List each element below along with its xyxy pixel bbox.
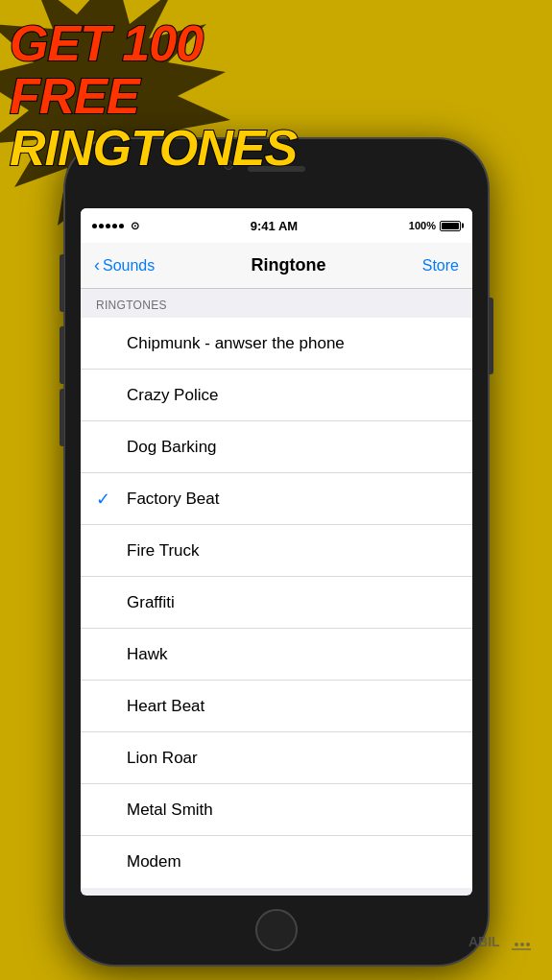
headline: GET 100 FREE RINGTONES [10, 17, 336, 175]
list-item[interactable]: Hawk [81, 629, 472, 681]
list-item[interactable]: Lion Roar [81, 732, 472, 784]
section-header: RINGTONES [81, 289, 472, 318]
checkmark-icon: ✓ [96, 489, 113, 510]
status-right: 100% [409, 220, 461, 231]
headline-line2: RINGTONES [10, 122, 336, 175]
list-item[interactable]: Chipmunk - anwser the phone [81, 318, 472, 370]
dot1 [92, 224, 97, 228]
signal-dots [92, 224, 124, 228]
home-button[interactable] [255, 909, 298, 951]
battery-percent: 100% [409, 220, 436, 231]
ringtone-name: Heart Beat [127, 697, 204, 716]
dot2 [99, 224, 104, 228]
ringtone-name: Crazy Police [127, 386, 218, 405]
list-item[interactable]: Crazy Police [81, 370, 472, 421]
ringtone-name: Metal Smith [127, 801, 213, 820]
dot3 [106, 224, 110, 228]
svg-rect-5 [512, 948, 531, 950]
ringtone-name: Dog Barking [127, 438, 217, 457]
nav-bar: ‹ Sounds Ringtone Store [81, 243, 472, 289]
dot5 [119, 224, 124, 228]
svg-point-3 [520, 943, 524, 946]
nav-title: Ringtone [252, 255, 326, 275]
headline-line1: GET 100 FREE [10, 17, 336, 122]
ringtone-name: Hawk [127, 645, 168, 664]
dot4 [112, 224, 117, 228]
list-item[interactable]: Graffiti [81, 577, 472, 629]
ringtone-name: Chipmunk - anwser the phone [127, 334, 345, 353]
back-label: Sounds [103, 257, 155, 275]
list-item[interactable]: Metal Smith [81, 784, 472, 836]
ringtone-name: Lion Roar [127, 749, 198, 768]
ringtone-name: Graffiti [127, 593, 175, 612]
watermark: ABIL [464, 925, 531, 963]
list-item-selected[interactable]: ✓ Factory Beat [81, 473, 472, 525]
ringtone-list: Chipmunk - anwser the phone Crazy Police… [81, 318, 472, 888]
ringtone-name: Fire Truck [127, 541, 200, 561]
store-button[interactable]: Store [422, 257, 459, 275]
battery-fill [442, 223, 459, 229]
phone-frame: ⊙ 9:41 AM 100% ‹ Sounds Ringtone Store R… [65, 139, 488, 965]
list-item[interactable]: Heart Beat [81, 681, 472, 732]
status-left: ⊙ [92, 220, 139, 232]
list-item[interactable]: Dog Barking [81, 421, 472, 473]
phone-screen: ⊙ 9:41 AM 100% ‹ Sounds Ringtone Store R… [81, 208, 472, 896]
wifi-icon: ⊙ [131, 220, 139, 232]
svg-point-2 [515, 943, 518, 946]
svg-point-4 [526, 943, 530, 946]
back-button[interactable]: ‹ Sounds [94, 256, 155, 275]
status-time: 9:41 AM [251, 219, 298, 233]
chevron-left-icon: ‹ [94, 255, 100, 275]
list-item[interactable]: Modem [81, 836, 472, 888]
status-bar: ⊙ 9:41 AM 100% [81, 208, 472, 243]
svg-text:ABIL: ABIL [468, 934, 500, 949]
ringtone-name: Factory Beat [127, 490, 219, 509]
ringtone-name: Modem [127, 852, 181, 872]
list-item[interactable]: Fire Truck [81, 525, 472, 577]
battery-icon [440, 221, 461, 231]
